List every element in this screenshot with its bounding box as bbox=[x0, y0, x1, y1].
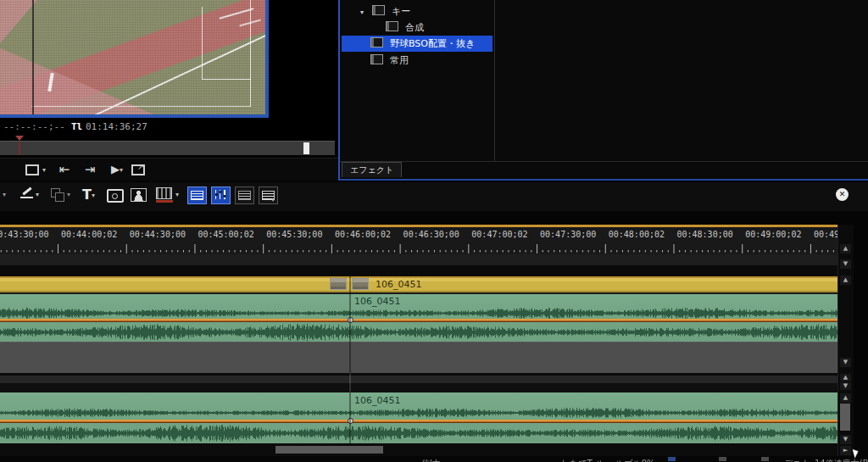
red-underline bbox=[156, 200, 173, 203]
chevron-down-icon[interactable]: ▾ bbox=[175, 191, 179, 198]
timeline-view-icon bbox=[191, 191, 203, 200]
add-to-timeline-button[interactable]: ▾ bbox=[156, 186, 185, 205]
text-title-button[interactable]: T▾ bbox=[82, 186, 103, 205]
ruler-timecode-label: 00:46:00;02 bbox=[335, 230, 391, 239]
chevron-down-icon[interactable]: ▾ bbox=[42, 166, 46, 174]
rubber-band[interactable] bbox=[0, 319, 837, 322]
transform-button[interactable]: ▾ bbox=[49, 186, 73, 205]
pane-up-button[interactable]: ▲ bbox=[840, 374, 851, 381]
audio-mixer-button[interactable] bbox=[211, 186, 231, 204]
player-mode-icon bbox=[25, 164, 39, 175]
ruler-timecode-label: 00:47:00;02 bbox=[471, 230, 527, 239]
chevron-down-icon[interactable]: ▾ bbox=[271, 196, 275, 203]
tree-item-key-folder[interactable]: ▾ キー bbox=[342, 3, 492, 19]
status-icon-gray bbox=[719, 457, 726, 461]
expander-icon[interactable]: ▾ bbox=[360, 4, 369, 20]
track-gap bbox=[0, 265, 837, 276]
video-clip-label: 106_0451 bbox=[376, 279, 422, 290]
fit-to-window-icon bbox=[238, 191, 251, 200]
ruler-timecode-label: 00:49:00;02 bbox=[745, 230, 801, 239]
track-group-divider-2 bbox=[0, 376, 837, 383]
tree-item-composite[interactable]: 合成 bbox=[342, 19, 492, 36]
snapshot-button[interactable] bbox=[107, 186, 125, 205]
chevron-down-icon[interactable]: ▾ bbox=[92, 192, 95, 199]
status-icon-gray bbox=[761, 457, 769, 461]
chevron-down-icon[interactable]: ▾ bbox=[120, 166, 123, 174]
status-fragment: ルブル0% bbox=[615, 458, 655, 462]
ruler-timecode-label: 00:47:30;00 bbox=[540, 230, 596, 239]
audio-track-2-clip[interactable]: 106_0451 bbox=[0, 392, 837, 443]
waveform-canvas bbox=[0, 307, 837, 320]
status-fragment: 14倍速度方(R) bbox=[815, 458, 868, 462]
player-mode-button[interactable]: ▾ bbox=[22, 162, 49, 177]
scanline-overlay bbox=[0, 0, 265, 114]
chevron-down-icon[interactable]: ▾ bbox=[67, 191, 70, 198]
set-in-button[interactable]: ⇤ bbox=[54, 162, 75, 177]
set-out-button[interactable]: ⇥ bbox=[80, 162, 100, 177]
edius-workspace: --:--:--;-- Tl 01:14:36;27 ▾ ⇤ ⇥ ▶▾ bbox=[0, 0, 868, 462]
clip-thumbnail-next bbox=[352, 278, 369, 290]
export-arrow-icon: ↗ bbox=[137, 159, 144, 175]
display-format-button[interactable]: ▾ bbox=[259, 186, 278, 204]
scroll-up-button[interactable]: ▲ bbox=[840, 276, 851, 285]
clip-thumbnail-prev bbox=[330, 278, 347, 290]
tree-item-label: キー bbox=[392, 6, 410, 17]
video-preview bbox=[0, 0, 269, 118]
clip-icon bbox=[156, 187, 172, 199]
ruler-timecode-label: 00:48:00;02 bbox=[609, 230, 665, 239]
tree-item-common[interactable]: 常用 bbox=[342, 53, 492, 69]
set-in-icon: ⇤ bbox=[59, 162, 70, 177]
status-bar: 信l太しあてTルルブル0%デスト14倍速度方(R) bbox=[0, 456, 868, 462]
status-fragment: 信l太 bbox=[421, 458, 441, 462]
scroll-down-button[interactable]: ▼ bbox=[840, 435, 851, 444]
timeline-view-button[interactable] bbox=[187, 186, 207, 204]
in-point-marker-icon[interactable] bbox=[15, 136, 24, 141]
close-icon: ✕ bbox=[839, 190, 846, 198]
ruler-timecode-label: 00:44:30;00 bbox=[130, 230, 186, 239]
ruler-timecode-label: 00:46:30;00 bbox=[403, 230, 459, 239]
timecode-row: --:--:--;-- Tl 01:14:36;27 bbox=[0, 121, 338, 136]
v-scrollbar-thumb[interactable] bbox=[840, 404, 850, 431]
effect-icon bbox=[370, 37, 383, 47]
h-scrollbar[interactable] bbox=[0, 443, 837, 456]
scroll-up-button[interactable]: ▲ bbox=[840, 244, 851, 253]
ruler-timecode-label: 00:49:30;00 bbox=[814, 230, 837, 239]
empty-track-area[interactable] bbox=[0, 342, 837, 373]
timecode-ruler[interactable]: 00:43:30;0000:44:00;0200:44:30;0000:45:0… bbox=[0, 225, 837, 254]
timeline-indicator: Tl bbox=[71, 121, 82, 132]
track-group-divider-3 bbox=[0, 383, 837, 392]
effect-icon bbox=[386, 21, 398, 31]
clip-boundary-line bbox=[349, 392, 351, 443]
tree-item-baseball-bso[interactable]: 野球BSO配置・抜き bbox=[342, 36, 492, 52]
ruler-timecode-label: 00:43:30;00 bbox=[0, 230, 49, 239]
marker-pen-button[interactable]: ▾ bbox=[20, 186, 42, 205]
scroll-right-button[interactable]: ► bbox=[840, 446, 851, 455]
chevron-down-icon[interactable]: ▾ bbox=[36, 191, 39, 198]
status-icon-blue bbox=[668, 457, 676, 461]
voice-over-button[interactable] bbox=[131, 186, 149, 205]
waveform-canvas bbox=[0, 424, 837, 443]
tab-effect[interactable]: エフェクト bbox=[342, 162, 402, 177]
status-fragment: しあてT bbox=[561, 458, 593, 462]
overflow-menu-button[interactable]: ▾ bbox=[3, 191, 6, 209]
fit-to-window-button[interactable] bbox=[235, 186, 254, 204]
scroll-up-button[interactable]: ▲ bbox=[840, 393, 851, 403]
player-window: --:--:--;-- Tl 01:14:36;27 ▾ ⇤ ⇥ ▶▾ bbox=[0, 0, 338, 181]
scroll-down-button[interactable]: ▼ bbox=[840, 259, 851, 269]
position-thumb[interactable] bbox=[303, 142, 309, 154]
audio-track-1-clip[interactable]: 106_0451 bbox=[0, 294, 837, 342]
timeline-timecode: 01:14:36;27 bbox=[86, 121, 147, 132]
h-scrollbar-thumb[interactable] bbox=[275, 446, 383, 454]
pane-down-button[interactable]: ▼ bbox=[840, 382, 851, 390]
rubber-band[interactable] bbox=[0, 420, 837, 423]
scroll-down-button[interactable]: ▼ bbox=[840, 358, 851, 367]
clip-boundary-line bbox=[349, 276, 351, 373]
export-button[interactable]: ↗ bbox=[127, 162, 149, 177]
close-button[interactable]: ✕ bbox=[836, 188, 849, 201]
position-bar[interactable] bbox=[0, 141, 335, 155]
waveform-canvas bbox=[0, 407, 837, 419]
effect-palette-window: ▾ キー 合成 野球BSO配置・抜き 常用 エフェクト bbox=[338, 0, 868, 181]
transform-icon-2 bbox=[55, 192, 64, 202]
video-track-clip[interactable]: 106_0451 bbox=[0, 276, 837, 292]
palette-divider bbox=[340, 161, 868, 162]
